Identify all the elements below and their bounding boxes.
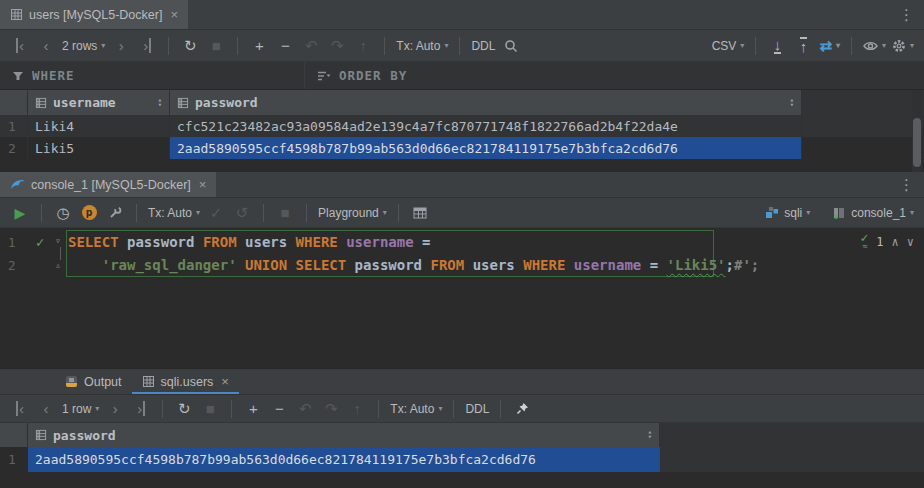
output-layout-icon[interactable] (408, 204, 432, 222)
delete-row-button[interactable]: − (273, 35, 297, 56)
tab-label: users [MySQL5-Docker] (29, 8, 162, 22)
order-by-filter-input[interactable]: ORDER BY (305, 62, 924, 89)
vertical-scrollbar[interactable] (912, 90, 922, 172)
schema-switcher-dropdown[interactable]: sqli▾ (763, 206, 812, 220)
column-header-username[interactable]: username ▴▾ (28, 90, 170, 115)
output-tab-bar: Output sqli.users × (0, 369, 924, 395)
column-header-password[interactable]: password ▴▾ (170, 90, 802, 115)
grid-toolbar: ‹ ‹ 2 rows▾ › › ↻ ■ + − ↶ ↷ ↑ Tx: Auto▾ … (0, 30, 924, 62)
sql-token: ; (726, 257, 734, 273)
chevron-down-icon: ▾ (95, 404, 99, 413)
fold-connector-line (60, 247, 61, 260)
cell-username[interactable]: Liki4 (28, 115, 170, 137)
sql-token: WHERE (523, 257, 565, 273)
page-size-dropdown[interactable]: 2 rows▾ (60, 39, 107, 53)
previous-problem-icon[interactable]: ∧ (892, 235, 899, 249)
line-number: 1 (8, 231, 16, 254)
session-switcher-dropdown[interactable]: console_1▾ (830, 206, 916, 220)
sql-token: = (422, 234, 430, 250)
divider (162, 400, 163, 418)
tab-users-table[interactable]: users [MySQL5-Docker] × (0, 0, 188, 29)
wrench-icon[interactable] (103, 203, 127, 222)
scrollbar-thumb[interactable] (913, 118, 921, 167)
close-icon[interactable]: × (199, 177, 207, 192)
first-page-button[interactable]: ‹ (8, 398, 32, 419)
next-page-button[interactable]: › (109, 35, 133, 56)
tab-console[interactable]: console_1 [MySQL5-Docker] × (0, 172, 216, 197)
fold-region-icon[interactable]: ▵ (55, 258, 61, 272)
more-options-icon[interactable]: ⋮ (889, 176, 924, 194)
more-options-icon[interactable]: ⋮ (889, 6, 924, 24)
users-data-grid: username ▴▾ password ▴▾ 1 Liki4 cfc521c2… (0, 90, 924, 172)
last-page-button[interactable]: › (135, 35, 159, 56)
sort-toggle-icon[interactable]: ▴▾ (648, 430, 652, 440)
redo-icon: ↷ (319, 398, 343, 419)
add-row-button[interactable]: + (247, 35, 271, 56)
parameters-icon[interactable]: p (77, 202, 101, 223)
row-number: 2 (0, 137, 28, 159)
chevron-down-icon: ▾ (910, 42, 914, 50)
export-icon[interactable]: ↑ (791, 34, 815, 57)
chevron-down-icon: ▾ (806, 208, 810, 217)
export-group: CSV▾ ↓ ↑ ⇄▾ ▾ ▾ (710, 34, 916, 57)
inspection-ok-icon: ✓≈ (860, 234, 868, 250)
cell-username[interactable]: Liki5 (28, 137, 170, 159)
stop-icon: ■ (204, 35, 228, 56)
divider (500, 400, 501, 418)
tab-output[interactable]: Output (55, 369, 132, 394)
playground-mode-dropdown[interactable]: Playground▾ (316, 206, 389, 220)
divider (237, 37, 238, 55)
inspection-widget[interactable]: ✓≈ 1 ∧ ∨ (860, 234, 914, 250)
cell-password-selected[interactable]: 2aad5890595ccf4598b787b99ab563d0d66ec821… (170, 137, 802, 159)
grid-header-row: password ▴▾ (0, 423, 924, 447)
delete-row-button[interactable]: − (267, 398, 291, 419)
first-page-button[interactable]: ‹ (8, 35, 32, 56)
column-header-password[interactable]: password ▴▾ (28, 423, 660, 447)
close-icon[interactable]: × (170, 7, 178, 22)
sort-toggle-icon[interactable]: ▴▾ (158, 98, 162, 108)
ddl-button[interactable]: DDL (463, 402, 491, 416)
cell-password[interactable]: cfc521c23482ac93a09584ad2e139c4a7fc87077… (170, 115, 802, 137)
history-clock-icon[interactable]: ◷ (51, 202, 75, 223)
export-format-dropdown[interactable]: CSV▾ (710, 39, 747, 53)
next-page-button[interactable]: › (103, 398, 127, 419)
last-page-button[interactable]: › (129, 398, 153, 419)
compare-icon[interactable]: ⇄▾ (817, 35, 842, 56)
divider (453, 400, 454, 418)
add-row-button[interactable]: + (241, 398, 265, 419)
chevron-down-icon: ▾ (438, 404, 442, 413)
sql-token: UNION (245, 257, 287, 273)
tx-mode-dropdown[interactable]: Tx: Auto▾ (394, 39, 450, 53)
row-number-corner (0, 423, 28, 447)
page-size-dropdown[interactable]: 1 row▾ (60, 402, 101, 416)
import-icon[interactable]: ↓ (765, 34, 789, 57)
submit-icon: ↑ (351, 35, 375, 56)
close-icon[interactable]: × (221, 374, 229, 389)
sql-token: #'; (734, 257, 759, 273)
sql-token: users (237, 234, 296, 250)
sql-editor[interactable]: 1 2 ✓ ▿ ▵ SELECT password FROM users WHE… (0, 228, 924, 368)
commit-icon: ✓ (204, 202, 228, 223)
sort-toggle-icon[interactable]: ▴▾ (790, 98, 794, 108)
divider (231, 400, 232, 418)
run-button[interactable]: ▶ (8, 203, 32, 223)
tab-result-sqli-users[interactable]: sqli.users × (132, 369, 239, 394)
tx-mode-dropdown[interactable]: Tx: Auto▾ (388, 402, 444, 416)
refresh-icon[interactable]: ↻ (178, 35, 202, 56)
view-options-icon[interactable]: ▾ (861, 37, 888, 55)
sql-token (287, 257, 295, 273)
fold-region-icon[interactable]: ▿ (55, 234, 61, 248)
pin-tab-icon[interactable] (510, 399, 534, 418)
gear-icon[interactable]: ▾ (890, 36, 916, 56)
search-icon[interactable] (499, 36, 523, 56)
inspection-count: 1 (876, 235, 883, 249)
refresh-icon[interactable]: ↻ (172, 398, 196, 419)
next-problem-icon[interactable]: ∨ (907, 235, 914, 249)
previous-page-button[interactable]: ‹ (34, 35, 58, 56)
ddl-button[interactable]: DDL (469, 39, 497, 53)
sql-token: 'Liki5' (667, 257, 726, 273)
where-filter-input[interactable]: WHERE (0, 62, 305, 89)
previous-page-button[interactable]: ‹ (34, 398, 58, 419)
cell-password-selected[interactable]: 2aad5890595ccf4598b787b99ab563d0d66ec821… (28, 447, 660, 472)
tx-mode-dropdown[interactable]: Tx: Auto▾ (146, 206, 202, 220)
